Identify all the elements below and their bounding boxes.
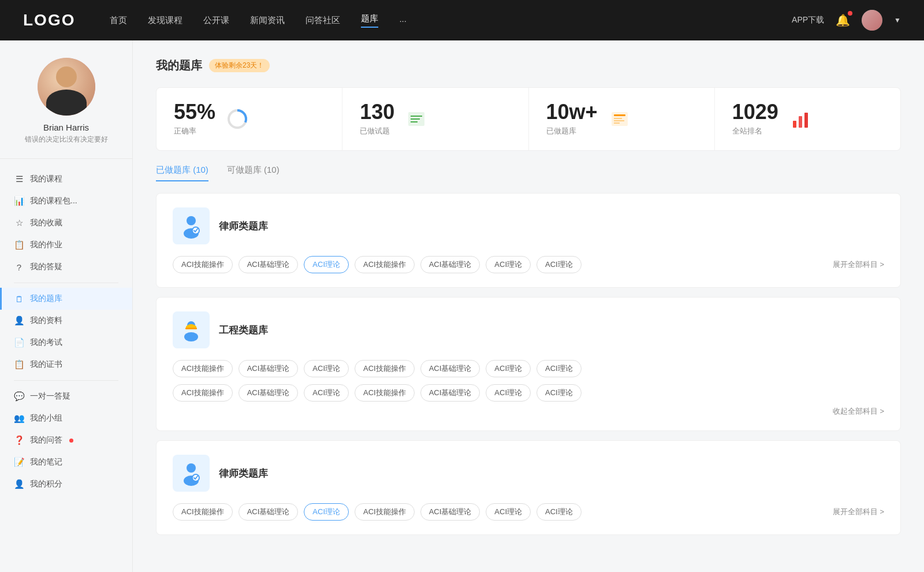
user-avatar: [38, 58, 95, 116]
nav-item-more[interactable]: ···: [399, 16, 407, 25]
tag-3-6[interactable]: ACI理论: [536, 503, 582, 521]
stat-icon-questions: [404, 106, 429, 132]
sidebar-item-exam[interactable]: 📄 我的考试: [0, 332, 132, 354]
sidebar-item-points[interactable]: 👤 我的积分: [0, 473, 132, 495]
document-icon: ☰: [14, 174, 24, 184]
page-header: 我的题库 体验剩余23天！: [156, 58, 901, 73]
stat-text-rank: 1029 全站排名: [732, 102, 778, 136]
chevron-down-icon[interactable]: ▼: [894, 16, 901, 24]
sidebar-label-questions: 我的问答: [30, 435, 62, 445]
stat-text-banks: 10w+ 已做题库: [546, 102, 598, 136]
tags-row-2b: ACI技能操作 ACI基础理论 ACI理论 ACI技能操作 ACI基础理论 AC…: [173, 384, 884, 402]
stat-icon-correct: [225, 106, 250, 132]
svg-rect-14: [804, 113, 808, 128]
bank-icon-wrap-1: [173, 207, 210, 244]
bank-card-3-header: 律师类题库: [173, 455, 884, 492]
tag-3-4[interactable]: ACI基础理论: [420, 503, 480, 521]
tag-2-0[interactable]: ACI技能操作: [173, 360, 233, 377]
sidebar-item-certificate[interactable]: 📋 我的证书: [0, 354, 132, 376]
sidebar-item-group[interactable]: 👥 我的小组: [0, 407, 132, 429]
tab-available[interactable]: 可做题库 (10): [227, 165, 280, 181]
sidebar-item-homework[interactable]: 📋 我的作业: [0, 234, 132, 256]
tag-1-3[interactable]: ACI技能操作: [355, 256, 415, 273]
tags-row-2a: ACI技能操作 ACI基础理论 ACI理论 ACI技能操作 ACI基础理论 AC…: [173, 360, 884, 377]
sidebar-item-bank[interactable]: 🗒 我的题库: [0, 288, 132, 310]
bell-icon: 🔔: [836, 14, 850, 27]
book-icon: [609, 108, 631, 130]
nav-item-home[interactable]: 首页: [110, 15, 127, 26]
nav-item-news[interactable]: 新闻资讯: [250, 15, 285, 26]
lawyer-icon: [178, 213, 204, 239]
tag-2-1[interactable]: ACI基础理论: [239, 360, 299, 377]
questions-dot-badge: [69, 439, 73, 443]
tag-2-2[interactable]: ACI理论: [304, 360, 349, 377]
tag-3-2[interactable]: ACI理论: [304, 503, 349, 521]
app-download-button[interactable]: APP下载: [792, 15, 824, 25]
bank-icon: 🗒: [14, 294, 24, 304]
collapse-link-2[interactable]: 收起全部科目 >: [173, 406, 884, 417]
tag-2b-1[interactable]: ACI基础理论: [239, 384, 299, 402]
tag-2b-6[interactable]: ACI理论: [536, 384, 582, 402]
page-layout: Brian Harris 错误的决定比没有决定要好 ☰ 我的课程 📊 我的课程包…: [0, 40, 924, 572]
tag-2b-4[interactable]: ACI基础理论: [420, 384, 480, 402]
sidebar-item-favorites[interactable]: ☆ 我的收藏: [0, 212, 132, 234]
nav-items: 首页 发现课程 公开课 新闻资讯 问答社区 题库 ···: [110, 13, 792, 28]
bank-card-1-header: 律师类题库: [173, 207, 884, 244]
sidebar-item-notes[interactable]: 📝 我的笔记: [0, 451, 132, 473]
sidebar-item-course-packages[interactable]: 📊 我的课程包...: [0, 190, 132, 212]
exam-icon: 📄: [14, 337, 24, 348]
tab-done[interactable]: 已做题库 (10): [156, 165, 208, 181]
data-icon: 👤: [14, 315, 24, 326]
sidebar-label-notes: 我的笔记: [30, 457, 62, 467]
nav-item-open[interactable]: 公开课: [203, 15, 229, 26]
nav-item-bank[interactable]: 题库: [361, 13, 378, 28]
sidebar-item-qa-mine[interactable]: ? 我的答疑: [0, 256, 132, 278]
bank-title-3: 律师类题库: [219, 467, 268, 480]
svg-rect-4: [411, 116, 422, 117]
lawyer-icon-3: [178, 460, 204, 486]
bank-card-1: 律师类题库 ACI技能操作 ACI基础理论 ACI理论 ACI技能操作 ACI基…: [156, 193, 901, 288]
nav-item-courses[interactable]: 发现课程: [148, 15, 182, 26]
sidebar-item-data[interactable]: 👤 我的资料: [0, 310, 132, 332]
pie-chart-icon: [226, 108, 248, 130]
nav-item-qa[interactable]: 问答社区: [305, 15, 340, 26]
svg-point-2: [233, 114, 242, 124]
tag-1-4[interactable]: ACI基础理论: [420, 256, 480, 273]
svg-rect-6: [411, 121, 418, 122]
expand-link-3[interactable]: 展开全部科目 >: [833, 507, 884, 517]
sidebar-item-my-courses[interactable]: ☰ 我的课程: [0, 168, 132, 190]
tag-1-1[interactable]: ACI基础理论: [239, 256, 299, 273]
tag-2b-3[interactable]: ACI技能操作: [355, 384, 415, 402]
chart-icon: 📊: [14, 196, 24, 206]
expand-link-1[interactable]: 展开全部科目 >: [833, 259, 884, 270]
sidebar-item-one-on-one[interactable]: 💬 一对一答疑: [0, 385, 132, 407]
tag-1-5[interactable]: ACI理论: [486, 256, 531, 273]
user-avatar-nav[interactable]: [862, 10, 882, 31]
tag-2b-5[interactable]: ACI理论: [486, 384, 531, 402]
tag-2b-2[interactable]: ACI理论: [304, 384, 349, 402]
sidebar-label-bank: 我的题库: [30, 294, 62, 304]
tag-2-3[interactable]: ACI技能操作: [355, 360, 415, 377]
sidebar-label-homework: 我的作业: [30, 240, 62, 250]
certificate-icon: 📋: [14, 359, 24, 370]
stats-row: 55% 正确率 130 已做试题: [156, 87, 901, 151]
tags-row-1: ACI技能操作 ACI基础理论 ACI理论 ACI技能操作 ACI基础理论 AC…: [173, 256, 884, 273]
tag-1-6[interactable]: ACI理论: [536, 256, 582, 273]
tag-3-0[interactable]: ACI技能操作: [173, 503, 233, 521]
notification-bell[interactable]: 🔔: [836, 13, 850, 27]
tag-1-2[interactable]: ACI理论: [304, 256, 349, 273]
tag-2-5[interactable]: ACI理论: [486, 360, 531, 377]
nav-logo[interactable]: LOGO: [23, 11, 75, 29]
chat-icon: 💬: [14, 391, 24, 402]
svg-point-15: [187, 216, 196, 225]
tag-2-4[interactable]: ACI基础理论: [420, 360, 480, 377]
tag-1-0[interactable]: ACI技能操作: [173, 256, 233, 273]
sidebar-item-questions[interactable]: ❓ 我的问答: [0, 429, 132, 451]
tag-3-3[interactable]: ACI技能操作: [355, 503, 415, 521]
tag-3-5[interactable]: ACI理论: [486, 503, 531, 521]
svg-rect-13: [799, 116, 802, 128]
tag-2b-0[interactable]: ACI技能操作: [173, 384, 233, 402]
tag-2-6[interactable]: ACI理论: [536, 360, 582, 377]
tabs-row: 已做题库 (10) 可做题库 (10): [156, 165, 901, 181]
tag-3-1[interactable]: ACI基础理论: [239, 503, 299, 521]
